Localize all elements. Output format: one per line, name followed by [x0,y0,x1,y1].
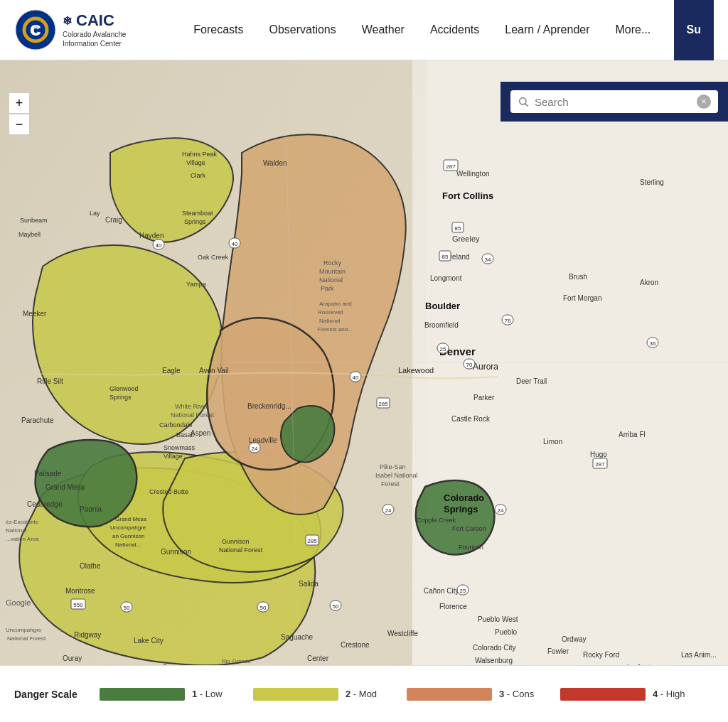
svg-text:Colorado City: Colorado City [473,644,516,652]
svg-text:Ouray: Ouray [63,654,82,662]
svg-text:Lakewood: Lakewood [398,366,434,375]
svg-text:76: 76 [505,318,511,324]
svg-text:Uncompahgre: Uncompahgre [110,524,146,531]
svg-text:Parker: Parker [473,394,495,402]
svg-text:Colorado: Colorado [444,492,484,503]
scale-item-high: 4 - High [560,688,714,701]
logo-text: ❄ CAIC Colorado Avalanche Information Ce… [63,11,126,48]
scale-bar-low [100,688,185,701]
svg-text:550: 550 [73,602,83,608]
svg-text:285: 285 [378,401,388,407]
svg-text:Rocky Ford: Rocky Ford [583,651,619,659]
svg-text:C: C [32,25,39,36]
nav-learn[interactable]: Learn / Aprender [492,16,602,43]
svg-text:Rio Grande: Rio Grande [222,658,251,664]
svg-text:White River: White River [175,403,208,410]
svg-text:Clark: Clark [191,172,206,179]
svg-text:National Forest: National Forest [7,635,46,642]
svg-text:36: 36 [650,340,656,347]
svg-text:Crestone: Crestone [341,641,370,649]
svg-text:Crested Butte: Crested Butte [149,488,188,495]
svg-text:...vation Area: ...vation Area [6,536,39,542]
svg-text:Oak Creek: Oak Creek [198,254,229,261]
svg-text:Sterling: Sterling [640,178,664,186]
search-input[interactable] [535,96,691,108]
svg-text:Akron: Akron [640,279,658,286]
svg-text:Village: Village [186,159,205,166]
svg-text:an Gunnison: an Gunnison [112,533,144,539]
svg-text:285: 285 [307,538,317,544]
svg-text:Ordway: Ordway [562,635,586,643]
svg-text:Roosevelt: Roosevelt [318,309,343,316]
caic-logo-icon: C C [14,9,57,51]
svg-text:Palisade: Palisade [34,470,62,478]
zoom-out-button[interactable]: − [9,114,30,135]
svg-text:Basalt: Basalt [176,431,195,438]
search-close-button[interactable]: × [697,95,711,109]
svg-text:Broomfield: Broomfield [424,321,459,329]
nav-forecasts[interactable]: Forecasts [181,16,256,43]
svg-text:Breckenridg...: Breckenridg... [247,402,291,410]
svg-text:National: National [319,318,341,324]
svg-text:Mountain: Mountain [319,268,346,275]
nav-weather[interactable]: Weather [349,16,417,43]
svg-text:Meeker: Meeker [23,310,47,318]
map-container[interactable]: Fort Collins Boulder Denver Lakewood Aur… [0,60,728,665]
svg-text:Grand Mesa: Grand Mesa [46,483,85,491]
svg-text:Rocky: Rocky [323,259,342,266]
nav-accidents[interactable]: Accidents [417,16,492,43]
svg-text:Gunnison: Gunnison [222,538,250,545]
svg-text:50: 50 [333,603,339,610]
svg-text:Forest: Forest [381,480,400,487]
svg-text:Fowler: Fowler [547,647,569,655]
scale-item-cons: 3 - Cons [407,688,560,701]
zoom-in-button[interactable]: + [9,92,30,114]
svg-text:Rifle  Silt: Rifle Silt [37,377,63,385]
svg-text:Castle Rock: Castle Rock [451,415,491,423]
svg-text:Hahns Peak: Hahns Peak [182,151,218,158]
svg-text:Limon: Limon [543,438,562,446]
svg-text:Fort Collins: Fort Collins [442,190,493,201]
svg-text:Hugo: Hugo [590,451,607,458]
main-nav: Forecasts Observations Weather Accidents… [171,16,674,43]
svg-text:Longmont: Longmont [430,274,462,282]
svg-text:Grand Mesa: Grand Mesa [115,516,147,522]
nav-observations[interactable]: Observations [256,16,348,43]
svg-text:Boulder: Boulder [425,301,460,311]
scale-item-low: 1 - Low [100,688,253,701]
svg-text:50: 50 [260,605,267,611]
svg-text:Cedaredge: Cedaredge [27,500,63,508]
svg-text:Walsenburg: Walsenburg [475,657,513,664]
search-input-wrap: × [510,90,718,113]
svg-text:Village: Village [164,453,183,460]
svg-text:Brush: Brush [569,273,587,281]
scale-bar-cons [407,688,492,701]
search-icon [518,96,529,107]
scale-bar-mod [253,688,338,701]
svg-text:Montrose: Montrose [65,587,95,595]
svg-line-165 [525,104,528,107]
svg-text:National Forest: National Forest [219,546,263,554]
svg-rect-5 [412,60,728,665]
map-svg: Fort Collins Boulder Denver Lakewood Aur… [0,60,728,665]
svg-text:Parachute: Parachute [21,416,54,424]
submit-button[interactable]: Su [674,0,714,60]
nav-more[interactable]: More... [603,16,664,43]
svg-text:Sunbeam: Sunbeam [20,217,48,224]
svg-text:Uncompahgre: Uncompahgre [6,627,42,633]
scale-item-mod: 2 - Mod [253,688,407,701]
logo-subtitle-line1: Colorado Avalanche [63,31,126,38]
svg-text:National: National [319,276,343,284]
svg-text:Salida: Salida [299,580,318,588]
svg-text:287: 287 [446,163,456,170]
scale-label-low: 1 - Low [192,689,223,699]
svg-text:Cañon City: Cañon City [424,587,459,595]
svg-text:287: 287 [595,461,605,468]
svg-text:Forests and...: Forests and... [318,326,353,333]
svg-text:Pike-San: Pike-San [380,463,406,470]
svg-text:Arriba Fl: Arriba Fl [619,431,646,438]
svg-text:Greeley: Greeley [452,235,480,243]
svg-text:Saguache: Saguache [281,633,313,641]
svg-text:Fountain: Fountain [459,544,483,551]
logo-subtitle-line2: Information Center [63,40,122,48]
